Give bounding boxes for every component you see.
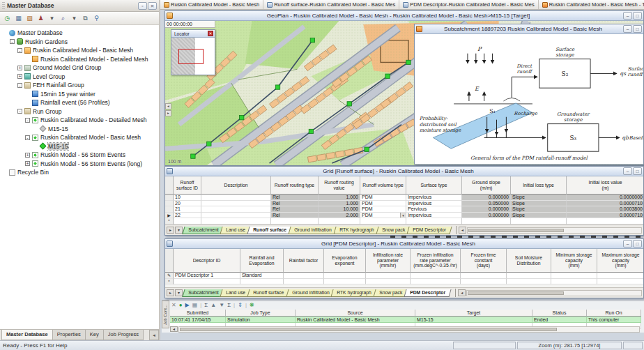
column-header-surface-type[interactable]: Surface type	[406, 176, 462, 195]
cell[interactable]: Rel	[271, 195, 319, 201]
cell[interactable]	[461, 273, 507, 279]
tree-item-feh-rainfall-group[interactable]: -FEH Rainfall Group	[0, 81, 159, 90]
grip-handle[interactable]	[2, 2, 5, 10]
column-header-rainfall-and[interactable]: Rainfall and Evaporation	[240, 249, 284, 273]
sheet-tab-ground-infiltration[interactable]: Ground infiltration	[286, 289, 335, 297]
panel-tab-master-database[interactable]: Master Database	[1, 330, 53, 340]
cell[interactable]: 2.000	[319, 213, 360, 219]
scroll-left-button[interactable]: ◂	[459, 227, 466, 234]
resize-icon[interactable]: ⇕	[238, 302, 243, 308]
cell[interactable]: Rel	[271, 213, 319, 219]
subcatchment-node-marker[interactable]	[239, 115, 243, 119]
subcatchment-node-marker[interactable]	[406, 60, 411, 64]
cell[interactable]: Rel	[271, 201, 319, 207]
expand-toggle[interactable]: -	[17, 48, 22, 53]
pan-right-button[interactable]: ▸	[165, 110, 171, 116]
cell[interactable]: 10.000	[319, 206, 360, 213]
window-tab-ruskin-calibrated-model-basic-mesh[interactable]: Ruskin Calibrated Model - Basic Mesh	[160, 0, 263, 9]
minimize-button[interactable]: –	[623, 240, 632, 248]
sheet-tab-rtk-hydrograph[interactable]: RTK hydrograph	[333, 227, 380, 234]
cell[interactable]	[597, 279, 643, 285]
find-dropdown-icon[interactable]: ▾	[70, 14, 79, 23]
subcatchment-node-marker[interactable]	[275, 85, 279, 89]
expand-toggle[interactable]: +	[25, 153, 30, 158]
subcatchment-node-marker[interactable]	[347, 102, 351, 106]
close-panel-button[interactable]: ✕	[148, 2, 157, 10]
column-header-minimum-storage[interactable]: Minimum storage capacity (mm)	[551, 249, 597, 273]
cell[interactable]	[201, 206, 271, 213]
tree-item-rainfall-event-56-profiles[interactable]: Rainfall event (56 Profiles)	[0, 98, 159, 107]
cell[interactable]: Ended	[532, 317, 587, 323]
maximize-button[interactable]: □	[633, 12, 642, 20]
locator-view-rectangle[interactable]	[178, 49, 204, 64]
table-row[interactable]: ✎PDM Descriptor 1Standard	[165, 273, 643, 279]
splitter-drag-indicator[interactable]	[390, 236, 641, 238]
cell[interactable]	[511, 218, 567, 225]
cell[interactable]: Standard	[240, 273, 284, 279]
cell[interactable]: 0.0003800	[567, 206, 643, 213]
tree-item-ground-model-grid-group[interactable]: +Ground Model Grid Group	[0, 63, 159, 73]
subcatchment-node-marker[interactable]	[207, 142, 211, 146]
cell[interactable]	[366, 279, 411, 285]
expand-toggle[interactable]: -	[17, 83, 22, 88]
cell[interactable]: 20	[174, 201, 201, 207]
tree-item-master-database[interactable]: Master Database	[0, 29, 159, 38]
commit-icon[interactable]: ◷	[3, 14, 12, 23]
cell[interactable]: Slope	[511, 213, 567, 219]
cell[interactable]	[507, 273, 551, 279]
locator-close-button[interactable]: ✕	[208, 31, 213, 36]
cell[interactable]	[360, 218, 406, 225]
table-row[interactable]: 10Rel1.000PDMImpervious0.000000Slope0.00…	[165, 195, 643, 201]
runoff-grid-titlebar[interactable]: Grid [Runoff surface] - Ruskin Calibrate…	[165, 167, 643, 176]
scroll-left-button[interactable]: ◂	[458, 289, 466, 296]
cell[interactable]: PDM Descriptor 1	[174, 273, 240, 279]
expand-toggle[interactable]: +	[17, 74, 22, 79]
subcatchment-node-marker[interactable]	[310, 38, 314, 43]
column-header-ground-slope[interactable]: Ground slope (m/m)	[462, 176, 511, 195]
maximize-button[interactable]: □	[633, 25, 642, 33]
cell[interactable]: PDM▾	[360, 213, 406, 219]
table-row[interactable]: ▶22Rel2.000PDM▾Impervious0.000000Slope0.…	[165, 213, 643, 219]
job-grid-icon[interactable]: ▦	[192, 302, 198, 308]
column-header-job-type[interactable]: Job Type	[226, 310, 296, 317]
cell[interactable]: This computer	[587, 317, 641, 323]
table-row[interactable]: *	[165, 279, 643, 285]
panel-tab-scroll-button[interactable]: ◂	[149, 330, 159, 340]
sheet-tab-rtk-hydrograph[interactable]: RTK hydrograph	[331, 289, 378, 297]
scrollbar-thumb[interactable]	[180, 328, 557, 331]
cell[interactable]	[411, 279, 461, 285]
sheet-tab-runoff-surface[interactable]: Runoff surface	[247, 227, 293, 234]
cell[interactable]	[507, 279, 551, 285]
column-header-runoff-routing-value[interactable]: Runoff routing value	[319, 176, 360, 195]
cell[interactable]: 0.000000	[462, 213, 511, 219]
cell[interactable]: Pervious	[406, 206, 462, 213]
cell[interactable]	[240, 279, 284, 285]
column-header-evaporation[interactable]: Evaporation exponent	[324, 249, 366, 273]
table-row[interactable]: 20Rel1.000PDMImpervious0.050000Slope0.00…	[165, 201, 643, 207]
run-job-icon[interactable]: ▶	[185, 302, 190, 308]
cell[interactable]: 0.0000000	[567, 195, 643, 201]
cell[interactable]: Rel	[271, 206, 319, 213]
column-header-run-on[interactable]: Run On	[587, 310, 641, 317]
find-icon[interactable]: ⌕	[59, 14, 68, 23]
column-header-infiltration-rate[interactable]: Infiltration rate parameter (mm/hr)	[366, 249, 411, 273]
cell[interactable]: Slope	[511, 206, 567, 213]
cell[interactable]: 10:07:41 17/04/15	[170, 317, 226, 323]
column-header-descriptor-id[interactable]: Descriptor ID	[174, 249, 240, 273]
cell[interactable]: M15-15	[415, 317, 532, 323]
column-header-soil-moisture[interactable]: Soil Moisture Distribution	[507, 249, 551, 273]
locator-window[interactable]: Locator ✕	[171, 29, 215, 75]
column-header-status[interactable]: Status	[532, 310, 587, 317]
sheet-tab-subcatchment[interactable]: Subcatchment	[182, 227, 224, 234]
locator-titlebar[interactable]: Locator ✕	[171, 30, 215, 38]
column-header-initial-loss-type[interactable]: Initial loss type	[511, 176, 567, 195]
cell[interactable]: 1.000	[319, 201, 360, 207]
cell[interactable]	[597, 273, 643, 279]
column-header-runoff-volume-type[interactable]: Runoff volume type	[360, 176, 406, 195]
tree-item-m15-15[interactable]: M15-15	[0, 125, 159, 134]
cell[interactable]	[271, 218, 319, 225]
sheet-scroll-button[interactable]: ▸	[167, 289, 174, 296]
cell[interactable]: 1.000	[319, 195, 360, 201]
cell[interactable]	[174, 279, 240, 285]
scrollbar-track[interactable]	[178, 326, 640, 333]
